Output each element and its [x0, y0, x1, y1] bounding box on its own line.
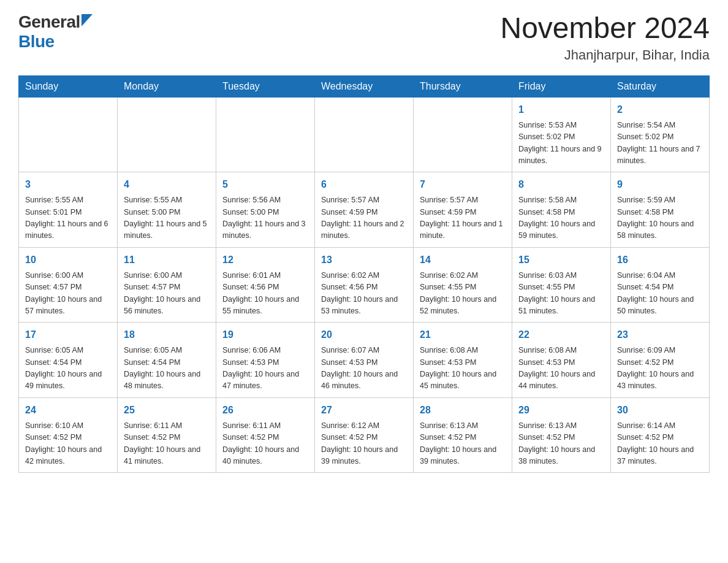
day-number: 27: [321, 403, 407, 418]
calendar-day-cell: 15Sunrise: 6:03 AM Sunset: 4:55 PM Dayli…: [512, 247, 611, 323]
day-info: Sunrise: 6:00 AM Sunset: 4:57 PM Dayligh…: [25, 270, 111, 318]
day-info: Sunrise: 6:05 AM Sunset: 4:54 PM Dayligh…: [124, 345, 210, 393]
logo-blue: Blue: [18, 32, 55, 52]
day-info: Sunrise: 5:56 AM Sunset: 5:00 PM Dayligh…: [222, 194, 308, 242]
calendar-day-cell: 6Sunrise: 5:57 AM Sunset: 4:59 PM Daylig…: [315, 172, 414, 248]
day-number: 2: [617, 102, 703, 117]
calendar-week-row: 17Sunrise: 6:05 AM Sunset: 4:54 PM Dayli…: [19, 323, 710, 398]
day-number: 8: [518, 177, 604, 192]
day-info: Sunrise: 6:02 AM Sunset: 4:56 PM Dayligh…: [321, 270, 407, 318]
calendar-week-row: 24Sunrise: 6:10 AM Sunset: 4:52 PM Dayli…: [19, 397, 710, 473]
day-number: 28: [420, 403, 506, 418]
day-number: 11: [124, 253, 210, 267]
calendar-day-cell: 11Sunrise: 6:00 AM Sunset: 4:57 PM Dayli…: [118, 247, 216, 323]
day-info: Sunrise: 6:07 AM Sunset: 4:53 PM Dayligh…: [321, 345, 407, 393]
day-number: 3: [25, 177, 111, 192]
day-number: 22: [518, 327, 604, 342]
day-number: 25: [124, 403, 210, 418]
calendar-day-cell: 29Sunrise: 6:13 AM Sunset: 4:52 PM Dayli…: [512, 397, 611, 473]
day-of-week-header: Tuesday: [216, 75, 315, 97]
day-info: Sunrise: 6:08 AM Sunset: 4:53 PM Dayligh…: [420, 345, 506, 393]
day-info: Sunrise: 6:02 AM Sunset: 4:55 PM Dayligh…: [420, 270, 506, 318]
day-info: Sunrise: 6:10 AM Sunset: 4:52 PM Dayligh…: [25, 420, 111, 468]
calendar-day-cell: 4Sunrise: 5:55 AM Sunset: 5:00 PM Daylig…: [118, 172, 216, 248]
day-info: Sunrise: 5:54 AM Sunset: 5:02 PM Dayligh…: [617, 120, 703, 167]
calendar-day-cell: 7Sunrise: 5:57 AM Sunset: 4:59 PM Daylig…: [414, 172, 512, 248]
calendar-day-cell: 22Sunrise: 6:08 AM Sunset: 4:53 PM Dayli…: [512, 323, 611, 398]
logo: General Blue: [18, 12, 93, 52]
calendar-day-cell: 28Sunrise: 6:13 AM Sunset: 4:52 PM Dayli…: [414, 397, 512, 473]
calendar-day-cell: 1Sunrise: 5:53 AM Sunset: 5:02 PM Daylig…: [512, 97, 611, 172]
day-info: Sunrise: 6:04 AM Sunset: 4:54 PM Dayligh…: [617, 270, 703, 318]
day-info: Sunrise: 5:58 AM Sunset: 4:58 PM Dayligh…: [518, 194, 604, 242]
day-of-week-header: Friday: [512, 75, 611, 97]
day-number: 21: [420, 327, 506, 342]
calendar-day-cell: 10Sunrise: 6:00 AM Sunset: 4:57 PM Dayli…: [19, 247, 118, 323]
calendar-day-cell: [118, 97, 216, 172]
day-number: 18: [124, 327, 210, 342]
day-info: Sunrise: 6:14 AM Sunset: 4:52 PM Dayligh…: [617, 420, 703, 468]
calendar-day-cell: 8Sunrise: 5:58 AM Sunset: 4:58 PM Daylig…: [512, 172, 611, 248]
day-number: 17: [25, 327, 111, 342]
calendar-day-cell: 27Sunrise: 6:12 AM Sunset: 4:52 PM Dayli…: [315, 397, 414, 473]
calendar-day-cell: 14Sunrise: 6:02 AM Sunset: 4:55 PM Dayli…: [414, 247, 512, 323]
calendar-day-cell: 30Sunrise: 6:14 AM Sunset: 4:52 PM Dayli…: [611, 397, 710, 473]
day-number: 10: [25, 253, 111, 267]
calendar-body: 1Sunrise: 5:53 AM Sunset: 5:02 PM Daylig…: [19, 97, 710, 473]
calendar-day-cell: 9Sunrise: 5:59 AM Sunset: 4:58 PM Daylig…: [611, 172, 710, 248]
day-info: Sunrise: 5:53 AM Sunset: 5:02 PM Dayligh…: [518, 120, 604, 167]
day-info: Sunrise: 5:57 AM Sunset: 4:59 PM Dayligh…: [420, 194, 506, 242]
day-of-week-header: Monday: [118, 75, 216, 97]
day-of-week-header: Saturday: [611, 75, 710, 97]
day-info: Sunrise: 6:11 AM Sunset: 4:52 PM Dayligh…: [222, 420, 308, 468]
svg-marker-0: [82, 14, 93, 26]
day-number: 19: [222, 327, 308, 342]
calendar-day-cell: 19Sunrise: 6:06 AM Sunset: 4:53 PM Dayli…: [216, 323, 315, 398]
day-info: Sunrise: 5:57 AM Sunset: 4:59 PM Dayligh…: [321, 194, 407, 242]
day-info: Sunrise: 6:00 AM Sunset: 4:57 PM Dayligh…: [124, 270, 210, 318]
day-number: 30: [617, 403, 703, 418]
month-title: November 2024: [500, 12, 710, 45]
calendar-day-cell: 5Sunrise: 5:56 AM Sunset: 5:00 PM Daylig…: [216, 172, 315, 248]
calendar-day-cell: 18Sunrise: 6:05 AM Sunset: 4:54 PM Dayli…: [118, 323, 216, 398]
day-number: 9: [617, 177, 703, 192]
days-of-week-row: SundayMondayTuesdayWednesdayThursdayFrid…: [19, 75, 710, 97]
day-number: 6: [321, 177, 407, 192]
day-info: Sunrise: 6:13 AM Sunset: 4:52 PM Dayligh…: [518, 420, 604, 468]
calendar-week-row: 10Sunrise: 6:00 AM Sunset: 4:57 PM Dayli…: [19, 247, 710, 323]
calendar-day-cell: 26Sunrise: 6:11 AM Sunset: 4:52 PM Dayli…: [216, 397, 315, 473]
day-number: 23: [617, 327, 703, 342]
day-info: Sunrise: 5:59 AM Sunset: 4:58 PM Dayligh…: [617, 194, 703, 242]
calendar-day-cell: [315, 97, 414, 172]
day-number: 14: [420, 253, 506, 267]
title-block: November 2024 Jhanjharpur, Bihar, India: [500, 12, 710, 63]
day-number: 12: [222, 253, 308, 267]
calendar-day-cell: 3Sunrise: 5:55 AM Sunset: 5:01 PM Daylig…: [19, 172, 118, 248]
calendar-day-cell: 21Sunrise: 6:08 AM Sunset: 4:53 PM Dayli…: [414, 323, 512, 398]
day-number: 15: [518, 253, 604, 267]
day-info: Sunrise: 6:01 AM Sunset: 4:56 PM Dayligh…: [222, 270, 308, 318]
page-header: General Blue November 2024 Jhanjharpur, …: [18, 12, 710, 63]
day-number: 16: [617, 253, 703, 267]
calendar-day-cell: [414, 97, 512, 172]
day-info: Sunrise: 6:06 AM Sunset: 4:53 PM Dayligh…: [222, 345, 308, 393]
day-info: Sunrise: 6:03 AM Sunset: 4:55 PM Dayligh…: [518, 270, 604, 318]
logo-general: General: [18, 12, 80, 32]
logo-triangle-icon: [82, 14, 93, 29]
day-number: 5: [222, 177, 308, 192]
day-number: 1: [518, 102, 604, 117]
calendar-day-cell: 13Sunrise: 6:02 AM Sunset: 4:56 PM Dayli…: [315, 247, 414, 323]
calendar-table: SundayMondayTuesdayWednesdayThursdayFrid…: [18, 75, 710, 473]
calendar-day-cell: 20Sunrise: 6:07 AM Sunset: 4:53 PM Dayli…: [315, 323, 414, 398]
calendar-header: SundayMondayTuesdayWednesdayThursdayFrid…: [19, 75, 710, 97]
day-number: 20: [321, 327, 407, 342]
day-info: Sunrise: 6:09 AM Sunset: 4:52 PM Dayligh…: [617, 345, 703, 393]
calendar-week-row: 1Sunrise: 5:53 AM Sunset: 5:02 PM Daylig…: [19, 97, 710, 172]
day-number: 26: [222, 403, 308, 418]
day-of-week-header: Sunday: [19, 75, 118, 97]
day-info: Sunrise: 5:55 AM Sunset: 5:00 PM Dayligh…: [124, 194, 210, 242]
day-number: 13: [321, 253, 407, 267]
calendar-day-cell: 25Sunrise: 6:11 AM Sunset: 4:52 PM Dayli…: [118, 397, 216, 473]
day-number: 24: [25, 403, 111, 418]
day-info: Sunrise: 6:11 AM Sunset: 4:52 PM Dayligh…: [124, 420, 210, 468]
